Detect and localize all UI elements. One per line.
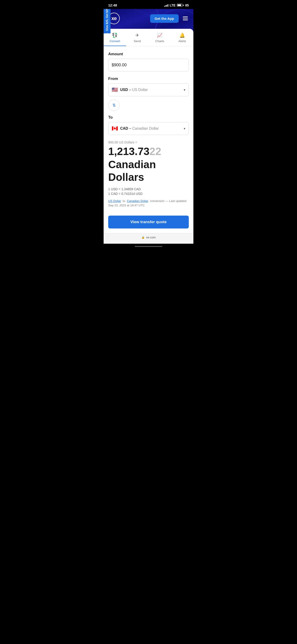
from-currency-link[interactable]: US Dollar (108, 199, 121, 203)
rate-2: 1 CAD = 0.741514 USD (108, 192, 189, 196)
to-dash: – (129, 126, 131, 130)
amount-input[interactable] (108, 59, 189, 72)
result-area: 900.00 US Dollars = 1,213.7322 Canadian … (104, 140, 194, 213)
from-currency-display: 🇺🇸 USD – US Dollar (112, 87, 148, 93)
result-value-dim: 22 (150, 145, 161, 157)
amount-label: Amount (108, 52, 189, 56)
domain-label: xe.com (146, 236, 156, 239)
charts-icon: 📈 (157, 32, 162, 38)
from-currency-name: US Dollar (132, 88, 148, 92)
tab-send[interactable]: ✈ Send (126, 29, 149, 46)
side-banner[interactable]: x Give $25, Get $25 (104, 9, 110, 34)
send-icon: ✈ (136, 32, 139, 38)
view-transfer-quote-button[interactable]: View transfer quote (108, 216, 189, 228)
result-value-bold: 1,213.73 (108, 145, 150, 157)
from-flag: 🇺🇸 (112, 87, 118, 93)
to-currency-name: Canadian Dollar (132, 126, 159, 130)
rate-1: 1 USD = 1.34859 CAD (108, 187, 189, 191)
swap-container: ⇅ (108, 96, 189, 114)
to-code-bold: CAD (120, 126, 128, 130)
alerts-icon: 🔔 (179, 32, 185, 38)
header-actions: Get the App (150, 14, 189, 23)
from-dash: – (129, 88, 131, 92)
from-code-bold: USD (120, 88, 128, 92)
to-currency-display: 🇨🇦 CAD – Canadian Dollar (112, 126, 159, 132)
chevron-down-icon: ▾ (184, 88, 185, 92)
logo-text: xe (112, 16, 116, 22)
tab-bar: 💱 Convert ✈ Send 📈 Charts 🔔 Alerts (104, 29, 194, 46)
to-currency-link[interactable]: Canadian Dollar (127, 199, 148, 203)
tab-charts-label: Charts (156, 40, 164, 43)
swap-icon: ⇅ (112, 103, 116, 108)
last-updated-text: US Dollar to Canadian Dollar conversion … (108, 199, 189, 208)
main-card: 💱 Convert ✈ Send 📈 Charts 🔔 Alerts Amoun… (104, 29, 194, 233)
from-label: From (108, 76, 189, 81)
result-source-text: 900.00 US Dollars = (108, 140, 189, 144)
home-indicator (104, 244, 194, 248)
chevron-down-icon: ▾ (184, 127, 185, 130)
converter-form: Amount From 🇺🇸 USD – US Dollar ▾ ⇅ (104, 46, 194, 140)
from-currency-selector[interactable]: 🇺🇸 USD – US Dollar ▾ (108, 84, 189, 96)
network-type: LTE (170, 4, 176, 7)
menu-line (183, 16, 188, 17)
to-flag: 🇨🇦 (112, 126, 118, 132)
swap-button[interactable]: ⇅ (108, 100, 120, 111)
battery-icon (177, 4, 184, 7)
from-currency-code: USD – US Dollar (120, 88, 148, 92)
convert-icon: 💱 (112, 32, 118, 38)
bottom-bar: 🔒 xe.com (104, 233, 194, 244)
result-main-value: 1,213.7322 (108, 146, 189, 157)
to-currency-selector[interactable]: 🇨🇦 CAD – Canadian Dollar ▾ (108, 122, 189, 135)
side-banner-close[interactable]: x (106, 33, 108, 34)
side-banner-text: Give $25, Get $25 (106, 9, 109, 31)
tab-send-label: Send (134, 40, 141, 43)
lock-icon: 🔒 (141, 236, 145, 239)
signal-icon (164, 4, 168, 7)
menu-line (183, 20, 188, 20)
status-indicators: LTE 85 (164, 4, 189, 7)
time-display: 12:48 (108, 3, 117, 7)
result-currency-name: Canadian Dollars (108, 158, 189, 184)
tab-alerts[interactable]: 🔔 Alerts (171, 29, 194, 46)
tab-convert-label: Convert (110, 40, 120, 43)
tab-charts[interactable]: 📈 Charts (148, 29, 171, 46)
to-label: To (108, 115, 189, 120)
menu-line (183, 18, 188, 19)
battery-level: 85 (185, 4, 189, 7)
get-app-button[interactable]: Get the App (150, 14, 179, 23)
status-bar: 12:48 LTE 85 (104, 0, 194, 9)
tab-alerts-label: Alerts (178, 40, 186, 43)
menu-button[interactable] (182, 16, 189, 21)
to-currency-code: CAD – Canadian Dollar (120, 126, 159, 130)
